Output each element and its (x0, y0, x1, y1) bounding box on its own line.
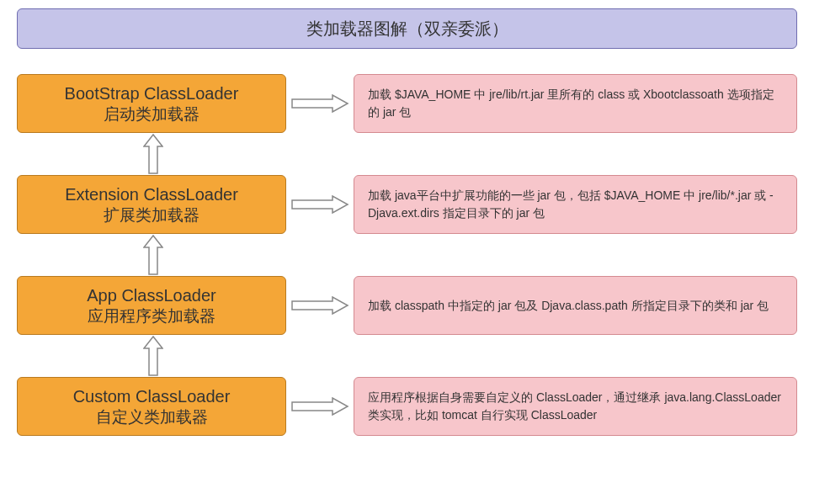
arrow-up-icon (143, 133, 163, 175)
app-description: 加载 classpath 中指定的 jar 包及 Djava.class.pat… (354, 276, 797, 335)
custom-description: 应用程序根据自身需要自定义的 ClassLoader，通过继承 java.lan… (354, 377, 797, 436)
arrow-up-icon (143, 335, 163, 377)
diagram-title: 类加载器图解（双亲委派） (17, 8, 797, 49)
extension-description: 加载 java平台中扩展功能的一些 jar 包，包括 $JAVA_HOME 中 … (354, 175, 797, 234)
loader-title: BootStrap ClassLoader (65, 82, 239, 104)
extension-classloader-box: Extension ClassLoader 扩展类加载器 (17, 175, 286, 234)
loader-title: App ClassLoader (87, 284, 215, 306)
loader-row-bootstrap: BootStrap ClassLoader 启动类加载器 加载 $JAVA_HO… (17, 74, 797, 133)
loader-subtitle: 扩展类加载器 (104, 205, 200, 226)
arrow-right-icon (286, 74, 354, 133)
loader-title: Custom ClassLoader (73, 385, 231, 407)
loader-title: Extension ClassLoader (65, 183, 238, 205)
loader-row-extension: Extension ClassLoader 扩展类加载器 加载 java平台中扩… (17, 175, 797, 234)
custom-classloader-box: Custom ClassLoader 自定义类加载器 (17, 377, 286, 436)
app-classloader-box: App ClassLoader 应用程序类加载器 (17, 276, 286, 335)
loader-subtitle: 应用程序类加载器 (88, 306, 215, 327)
loader-row-app: App ClassLoader 应用程序类加载器 加载 classpath 中指… (17, 276, 797, 335)
arrow-up-icon (143, 234, 163, 276)
loader-subtitle: 自定义类加载器 (96, 407, 208, 428)
loader-subtitle: 启动类加载器 (104, 104, 200, 125)
arrow-right-icon (286, 377, 354, 436)
arrow-right-icon (286, 276, 354, 335)
bootstrap-description: 加载 $JAVA_HOME 中 jre/lib/rt.jar 里所有的 clas… (354, 74, 797, 133)
arrow-right-icon (286, 175, 354, 234)
loader-row-custom: Custom ClassLoader 自定义类加载器 应用程序根据自身需要自定义… (17, 377, 797, 436)
bootstrap-classloader-box: BootStrap ClassLoader 启动类加载器 (17, 74, 286, 133)
